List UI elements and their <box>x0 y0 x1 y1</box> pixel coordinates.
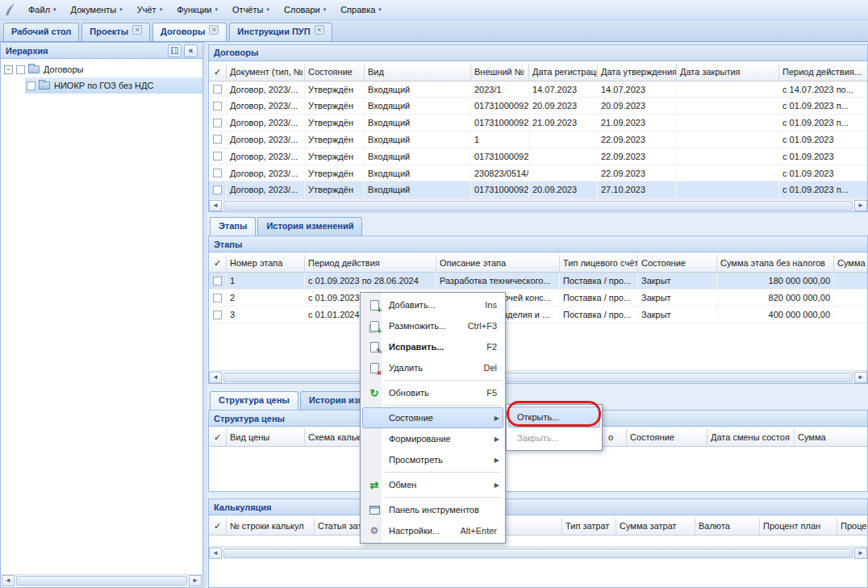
column-header-reg-date[interactable]: Дата регистрации <box>529 64 598 81</box>
stages-row-selected[interactable]: 1 с 01.09.2023 по 28.06.2024 Разработка … <box>209 273 867 290</box>
column-header-cost-sum[interactable]: Сумма затрат <box>616 518 695 535</box>
menu-item-delete[interactable]: Удалить Del <box>362 357 503 378</box>
column-header-percent-fact[interactable]: Процент ф <box>837 518 867 535</box>
contracts-row[interactable]: Договор, 2023/... Утверждён Входящий 230… <box>209 165 867 182</box>
column-header-approve-date[interactable]: Дата утверждения <box>598 64 677 81</box>
scrollbar-thumb[interactable] <box>223 373 853 382</box>
menu-item-settings[interactable]: ⚙ Настройки... Alt+Enter <box>362 520 503 541</box>
tree-node-child[interactable]: НИОКР по ГОЗ без НДС <box>1 77 202 94</box>
column-header-state[interactable]: Состояние <box>305 64 365 81</box>
menu-item-formation[interactable]: Формирование ▶ <box>362 428 503 449</box>
menu-item-state[interactable]: Состояние ▶ <box>362 407 503 428</box>
column-header-currency[interactable]: Валюта <box>695 518 760 535</box>
column-header-external-no[interactable]: Внешний № <box>471 64 529 81</box>
select-all-header[interactable]: ✓ <box>209 429 227 446</box>
select-all-header[interactable]: ✓ <box>209 64 227 81</box>
select-all-header[interactable]: ✓ <box>209 518 227 535</box>
menu-documents[interactable]: Документы▾ <box>64 0 130 20</box>
row-checkbox[interactable] <box>209 165 227 181</box>
column-header-state[interactable]: Состояние <box>638 255 717 272</box>
tab-instructions[interactable]: Инструкции ПУП× <box>229 23 332 41</box>
close-icon[interactable]: × <box>209 25 219 35</box>
close-icon[interactable]: × <box>315 25 324 35</box>
menu-functions[interactable]: Функции▾ <box>169 0 225 20</box>
collapse-node-icon[interactable]: − <box>4 65 13 74</box>
row-checkbox[interactable] <box>209 115 227 131</box>
tab-price-structure[interactable]: Структура цены <box>210 391 298 410</box>
row-checkbox[interactable] <box>209 131 227 148</box>
menu-item-add[interactable]: Добавить... Ins <box>362 294 503 315</box>
scrollbar-thumb[interactable] <box>16 576 187 586</box>
column-header-description[interactable]: Описание этапа <box>436 255 560 272</box>
scroll-left-icon[interactable]: ◄ <box>2 575 15 586</box>
tree-node-root[interactable]: − Договоры <box>1 61 202 77</box>
scroll-right-icon[interactable]: ► <box>189 575 202 586</box>
tree-checkbox[interactable] <box>16 65 25 74</box>
column-header-price-kind[interactable]: Вид цены <box>227 429 305 446</box>
menu-item-duplicate[interactable]: Размножить... Ctrl+F3 <box>362 315 503 336</box>
tab-desktop[interactable]: Рабочий стол <box>3 23 79 41</box>
scroll-right-icon[interactable]: ► <box>854 548 867 559</box>
scroll-right-icon[interactable]: ► <box>854 372 867 383</box>
menu-dictionaries[interactable]: Словари▾ <box>277 0 333 20</box>
row-checkbox[interactable] <box>209 98 227 114</box>
column-header-cost-type[interactable]: Тип затрат <box>562 518 616 535</box>
columns-icon[interactable] <box>168 44 182 57</box>
scrollbar-thumb[interactable] <box>223 548 853 558</box>
menu-help[interactable]: Справка▾ <box>333 0 389 20</box>
column-header-percent-plan[interactable]: Процент план <box>760 518 837 535</box>
column-header-document[interactable]: Документ (тип, № <box>227 64 305 81</box>
column-header-kind[interactable]: Вид <box>365 64 471 81</box>
scroll-left-icon[interactable]: ◄ <box>209 548 222 559</box>
contracts-row[interactable]: Договор, 2023/... Утверждён Входящий 017… <box>209 98 867 115</box>
contracts-horizontal-scrollbar[interactable]: ◄ ► <box>209 198 867 211</box>
menu-file[interactable]: Файл▾ <box>21 0 64 20</box>
menu-item-edit[interactable]: Исправить... F2 <box>362 336 503 357</box>
column-header-state-change-date[interactable]: Дата смены состоя <box>707 429 795 446</box>
tab-contracts[interactable]: Договоры× <box>152 23 227 41</box>
hierarchy-horizontal-scrollbar[interactable]: ◄ ► <box>2 574 202 586</box>
contracts-row[interactable]: Договор, 2023/... Утверждён Входящий 1 2… <box>209 131 867 148</box>
column-header-sum-no-tax[interactable]: Сумма этапа без налогов <box>717 255 834 272</box>
stages-horizontal-scrollbar[interactable]: ◄ ► <box>209 370 867 383</box>
stages-row[interactable]: 3 с 01.01.2024 по ... Изготовление издел… <box>209 307 867 323</box>
menu-accounting[interactable]: Учёт▾ <box>130 0 169 20</box>
scroll-left-icon[interactable]: ◄ <box>209 372 222 383</box>
menu-item-view[interactable]: Просмотреть ▶ <box>362 449 503 470</box>
calc-horizontal-scrollbar[interactable]: ◄ ► <box>209 546 867 559</box>
tree-node-child-selection[interactable]: НИОКР по ГОЗ без НДС <box>25 77 202 94</box>
column-header-stage-no[interactable]: Номер этапа <box>227 255 305 272</box>
submenu-item-open[interactable]: Открыть... <box>508 407 600 427</box>
column-header-period[interactable]: Период действия <box>305 255 436 272</box>
row-checkbox[interactable] <box>209 290 227 306</box>
column-header-sum[interactable]: Сумма <box>834 255 867 272</box>
collapse-panel-icon[interactable]: « <box>184 44 198 57</box>
menu-item-refresh[interactable]: ↻ Обновить F5 <box>362 382 503 403</box>
close-icon[interactable]: × <box>132 25 142 35</box>
tab-change-history[interactable]: История изменений <box>257 217 362 236</box>
contracts-row[interactable]: Договор, 2023/... Утверждён Входящий 202… <box>209 81 867 98</box>
stages-row[interactable]: 2 с 01.09.2023 по ... Выполнение прочей … <box>209 290 867 307</box>
scroll-left-icon[interactable]: ◄ <box>209 200 222 211</box>
column-header-sum[interactable]: Сумма <box>795 429 867 446</box>
panel-splitter[interactable] <box>203 42 207 588</box>
scrollbar-thumb[interactable] <box>223 201 853 211</box>
column-header-period[interactable]: Период действия... <box>779 64 867 81</box>
menu-item-exchange[interactable]: ⇄ Обмен ▶ <box>362 474 503 495</box>
column-header-account-type[interactable]: Тип лицевого счёт <box>560 255 638 272</box>
row-checkbox[interactable] <box>209 307 227 323</box>
column-header-calc-line-no[interactable]: № строки калькул <box>227 518 315 535</box>
row-checkbox[interactable] <box>209 81 227 98</box>
tab-projects[interactable]: Проекты× <box>81 23 150 41</box>
select-all-header[interactable]: ✓ <box>209 255 227 272</box>
contracts-row[interactable]: Договор, 2023/... Утверждён Входящий 017… <box>209 148 867 165</box>
column-header-state[interactable]: Состояние <box>627 429 707 446</box>
contracts-row-selected[interactable]: Договор, 2023/... Утверждён Входящий 017… <box>209 181 867 198</box>
tab-stages[interactable]: Этапы <box>210 217 256 236</box>
menu-item-toolbar[interactable]: Панель инструментов <box>362 499 503 520</box>
column-header-close-date[interactable]: Дата закрытия <box>677 64 779 81</box>
tree-checkbox[interactable] <box>27 81 35 90</box>
scroll-right-icon[interactable]: ► <box>854 200 867 211</box>
contracts-row[interactable]: Договор, 2023/... Утверждён Входящий 017… <box>209 115 867 131</box>
row-checkbox[interactable] <box>209 181 227 198</box>
